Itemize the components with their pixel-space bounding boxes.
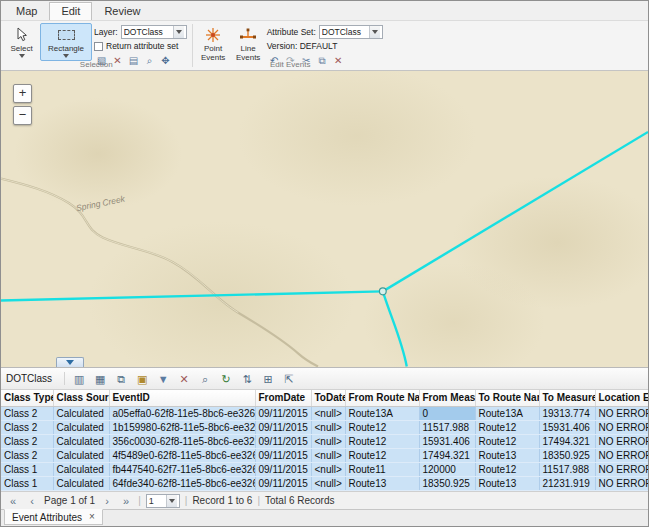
table-row[interactable]: Class 2Calculateda05effa0-62f8-11e5-8bc6… (1, 407, 649, 421)
column-header-todate[interactable]: ToDate (311, 390, 345, 407)
table-cell[interactable]: 09/11/2015 (255, 435, 311, 449)
table-cell[interactable]: Route12 (475, 421, 539, 435)
route-line-northeast[interactable] (383, 132, 648, 291)
table-cell[interactable]: 15931.406 (539, 421, 595, 435)
last-page-icon[interactable]: » (119, 494, 133, 508)
table-cell[interactable]: 09/11/2015 (255, 477, 311, 491)
route-line-south[interactable] (383, 291, 407, 366)
table-cell[interactable]: Route12 (345, 421, 419, 435)
tab-review[interactable]: Review (92, 2, 152, 20)
table-cell[interactable]: Route13A (475, 407, 539, 421)
zoom-out-button[interactable]: − (13, 106, 32, 125)
table-cell[interactable]: Class 2 (1, 435, 53, 449)
table-cell[interactable]: <null> (311, 477, 345, 491)
table-row[interactable]: Class 2Calculated356c0030-62f8-11e5-8bc6… (1, 435, 649, 449)
table-cell[interactable]: NO ERROR (595, 463, 649, 477)
table-cell[interactable]: Route12 (475, 435, 539, 449)
select-tool-button[interactable]: Select (5, 23, 38, 61)
table-row[interactable]: Class 2Calculated1b159980-62f8-11e5-8bc6… (1, 421, 649, 435)
table-cell[interactable]: Calculated (53, 449, 109, 463)
switch-selection-icon[interactable]: ▥ (70, 370, 88, 387)
table-cell[interactable]: 11517.988 (539, 463, 595, 477)
table-cell[interactable]: <null> (311, 421, 345, 435)
column-header-eventid[interactable]: EventID (109, 390, 255, 407)
tab-event-attributes[interactable]: Event Attributes × (4, 509, 103, 525)
next-page-icon[interactable]: › (100, 494, 114, 508)
table-cell[interactable]: Route13 (475, 449, 539, 463)
table-cell[interactable]: 09/11/2015 (255, 407, 311, 421)
column-header-to-route-name[interactable]: To Route Name (475, 390, 539, 407)
table-cell[interactable]: NO ERROR (595, 477, 649, 491)
table-cell[interactable]: NO ERROR (595, 435, 649, 449)
map-canvas[interactable]: Spring Creek + − (1, 71, 648, 367)
table-cell[interactable]: NO ERROR (595, 421, 649, 435)
refresh-icon[interactable]: ↻ (217, 370, 235, 387)
column-header-from-measure[interactable]: From Measure (419, 390, 475, 407)
collapse-panel-button[interactable] (56, 357, 84, 367)
table-cell[interactable]: Class 1 (1, 477, 53, 491)
table-cell[interactable]: Route12 (345, 449, 419, 463)
column-header-class-source[interactable]: Class Source (53, 390, 109, 407)
table-cell[interactable]: Route12 (475, 463, 539, 477)
table-cell[interactable]: <null> (311, 407, 345, 421)
layer-dropdown[interactable]: DOTClass (121, 25, 187, 39)
table-cell[interactable]: 120000 (419, 463, 475, 477)
column-header-from-route-name[interactable]: From Route Name (345, 390, 419, 407)
clear-icon[interactable]: ✕ (175, 370, 193, 387)
table-cell[interactable]: Route13 (345, 477, 419, 491)
zoom-in-button[interactable]: + (13, 84, 32, 103)
rectangle-tool-button[interactable]: Rectangle (40, 23, 92, 61)
close-icon[interactable]: × (89, 512, 95, 522)
attribute-set-dropdown[interactable]: DOTClass (319, 25, 383, 39)
table-cell[interactable]: 15931.406 (419, 435, 475, 449)
table-cell[interactable]: 09/11/2015 (255, 449, 311, 463)
column-header-class-type[interactable]: Class Type (1, 390, 53, 407)
table-cell[interactable]: 1b159980-62f8-11e5-8bc6-ee32641d5ec9 (109, 421, 255, 435)
table-cell[interactable]: <null> (311, 463, 345, 477)
table-cell[interactable]: Class 2 (1, 421, 53, 435)
column-header-fromdate[interactable]: FromDate (255, 390, 311, 407)
table-cell[interactable]: 18350.925 (539, 449, 595, 463)
sort-icon[interactable]: ⇅ (238, 370, 256, 387)
column-header-location-error[interactable]: Location Error (595, 390, 649, 407)
table-cell[interactable]: Calculated (53, 435, 109, 449)
previous-page-icon[interactable]: ‹ (25, 494, 39, 508)
expand-panel-icon[interactable]: ⇱ (280, 370, 298, 387)
highlight-icon[interactable]: ▣ (133, 370, 151, 387)
table-cell[interactable]: 11517.988 (419, 421, 475, 435)
table-cell[interactable]: 4f5489e0-62f8-11e5-8bc6-ee32641d5ec9 (109, 449, 255, 463)
table-cell[interactable]: Route12 (345, 435, 419, 449)
related-records-icon[interactable]: ⧉ (112, 370, 130, 387)
table-cell[interactable]: 19313.774 (539, 407, 595, 421)
table-cell[interactable]: 17494.321 (419, 449, 475, 463)
table-row[interactable]: Class 1Calculated64fde340-62f8-11e5-8bc6… (1, 477, 649, 491)
table-cell[interactable]: Calculated (53, 463, 109, 477)
table-row[interactable]: Class 2Calculated4f5489e0-62f8-11e5-8bc6… (1, 449, 649, 463)
table-cell[interactable]: 17494.321 (539, 435, 595, 449)
table-cell[interactable]: 09/11/2015 (255, 463, 311, 477)
table-cell[interactable]: 18350.925 (419, 477, 475, 491)
tab-edit[interactable]: Edit (49, 2, 92, 20)
table-cell[interactable]: Route11 (345, 463, 419, 477)
table-cell[interactable]: Class 1 (1, 463, 53, 477)
table-cell[interactable]: Route13A (345, 407, 419, 421)
table-cell[interactable]: a05effa0-62f8-11e5-8bc6-ee32641d5ec9 (109, 407, 255, 421)
table-cell[interactable]: NO ERROR (595, 407, 649, 421)
table-cell[interactable]: 09/11/2015 (255, 421, 311, 435)
table-cell[interactable]: Calculated (53, 407, 109, 421)
return-attribute-set-checkbox[interactable] (94, 42, 103, 51)
page-size-dropdown[interactable]: 1 (146, 494, 180, 508)
tab-map[interactable]: Map (4, 2, 49, 20)
save-icon[interactable]: ▼ (154, 370, 172, 387)
table-cell[interactable]: 21231.919 (539, 477, 595, 491)
table-cell[interactable]: Calculated (53, 477, 109, 491)
table-cell[interactable]: 64fde340-62f8-11e5-8bc6-ee32641d5ec9 (109, 477, 255, 491)
table-cell[interactable]: Route13 (475, 477, 539, 491)
line-events-button[interactable]: Line Events (232, 23, 265, 63)
table-cell[interactable]: NO ERROR (595, 449, 649, 463)
table-cell[interactable]: 356c0030-62f8-11e5-8bc6-ee32641d5ec9 (109, 435, 255, 449)
zoom-to-icon[interactable]: ⌕ (196, 370, 214, 387)
first-page-icon[interactable]: « (6, 494, 20, 508)
table-cell[interactable]: fb447540-62f7-11e5-8bc6-ee32641d5ec9 (109, 463, 255, 477)
show-table-icon[interactable]: ▦ (91, 370, 109, 387)
